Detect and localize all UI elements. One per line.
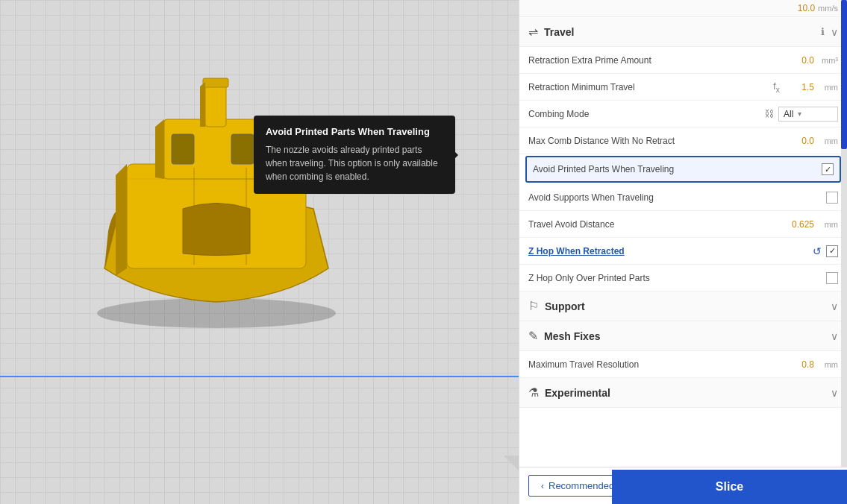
z-hop-over-printed-row: Z Hop Only Over Printed Parts bbox=[519, 265, 847, 292]
svg-rect-2 bbox=[172, 134, 194, 164]
support-section-title: Support bbox=[545, 300, 831, 312]
svg-rect-5 bbox=[203, 78, 228, 87]
z-hop-controls: ↺ bbox=[813, 245, 838, 257]
mesh-fixes-section-title: Mesh Fixes bbox=[544, 330, 831, 342]
travel-avoid-distance-label: Travel Avoid Distance bbox=[528, 219, 784, 230]
z-hop-checkbox[interactable] bbox=[826, 245, 838, 257]
top-row-initial-layer: 10.0 mm/s bbox=[519, 0, 847, 17]
combing-link-icon: ⛓ bbox=[764, 108, 774, 119]
recommended-chevron-icon: ‹ bbox=[541, 481, 544, 491]
travel-expand-icon[interactable]: ∨ bbox=[831, 26, 838, 38]
scrollbar-track[interactable] bbox=[841, 0, 847, 504]
retraction-extra-prime-label: Retraction Extra Prime Amount bbox=[528, 55, 784, 66]
max-comb-distance-label: Max Comb Distance With No Retract bbox=[528, 136, 784, 146]
experimental-section-title: Experimental bbox=[545, 387, 831, 399]
travel-section-header[interactable]: ⇌ Travel ℹ ∨ bbox=[519, 17, 847, 47]
tooltip-title: Avoid Printed Parts When Traveling bbox=[266, 126, 443, 137]
travel-section-title: Travel bbox=[544, 26, 821, 38]
travel-icon: ⇌ bbox=[528, 25, 538, 39]
combing-mode-selected: All bbox=[784, 109, 793, 119]
avoid-printed-parts-row: Avoid Printed Parts When Traveling bbox=[525, 156, 841, 183]
max-comb-distance-row: Max Comb Distance With No Retract 0.0 mm bbox=[519, 127, 847, 154]
travel-info-icon[interactable]: ℹ bbox=[821, 26, 825, 37]
avoid-printed-parts-checkbox[interactable] bbox=[822, 163, 834, 175]
avoid-supports-label: Avoid Supports When Traveling bbox=[528, 192, 826, 203]
retraction-extra-prime-unit: mm³ bbox=[817, 56, 838, 65]
combing-mode-row: Combing Mode ⛓ All ▾ bbox=[519, 101, 847, 127]
max-travel-resolution-row: Maximum Travel Resolution 0.8 mm bbox=[519, 351, 847, 378]
retraction-min-travel-unit: mm bbox=[817, 83, 838, 92]
z-hop-over-printed-label: Z Hop Only Over Printed Parts bbox=[528, 273, 826, 283]
slice-bar: Slice bbox=[612, 470, 847, 504]
retraction-min-travel-label: Retraction Minimum Travel bbox=[528, 82, 773, 92]
top-row-unit: mm/s bbox=[818, 4, 838, 13]
boat-model-svg bbox=[75, 60, 388, 343]
z-hop-retracted-label: Z Hop When Retracted bbox=[528, 246, 813, 256]
combing-mode-label: Combing Mode bbox=[528, 109, 764, 119]
avoid-printed-parts-label: Avoid Printed Parts When Traveling bbox=[533, 164, 822, 174]
model-container bbox=[15, 15, 448, 388]
max-travel-resolution-value[interactable]: 0.8 bbox=[784, 359, 814, 370]
top-row-value: 10.0 bbox=[798, 3, 815, 13]
combing-chevron-icon: ▾ bbox=[798, 110, 801, 118]
3d-viewport: Avoid Printed Parts When Traveling The n… bbox=[0, 0, 519, 504]
travel-avoid-distance-row: Travel Avoid Distance 0.625 mm bbox=[519, 211, 847, 238]
z-hop-retracted-row: Z Hop When Retracted ↺ bbox=[519, 238, 847, 265]
support-expand-icon[interactable]: ∨ bbox=[831, 300, 838, 312]
max-comb-distance-unit: mm bbox=[817, 136, 838, 145]
recommended-label: Recommended bbox=[548, 480, 614, 491]
model-shadow bbox=[97, 298, 336, 328]
travel-avoid-distance-unit: mm bbox=[817, 220, 838, 229]
tooltip-box: Avoid Printed Parts When Traveling The n… bbox=[254, 116, 455, 194]
svg-rect-3 bbox=[231, 134, 254, 164]
fx-icon: fx bbox=[773, 81, 780, 94]
experimental-expand-icon[interactable]: ∨ bbox=[831, 387, 838, 399]
experimental-icon: ⚗ bbox=[528, 385, 539, 400]
combing-mode-dropdown[interactable]: All ▾ bbox=[778, 107, 838, 122]
experimental-section-header[interactable]: ⚗ Experimental ∨ bbox=[519, 378, 847, 408]
mesh-fixes-icon: ✎ bbox=[528, 329, 538, 343]
retraction-extra-prime-value[interactable]: 0.0 bbox=[784, 55, 814, 66]
mesh-fixes-expand-icon[interactable]: ∨ bbox=[831, 330, 838, 342]
avoid-printed-parts-checkbox-wrap[interactable] bbox=[822, 163, 834, 175]
z-hop-reset-button[interactable]: ↺ bbox=[813, 245, 822, 257]
svg-rect-4 bbox=[205, 82, 226, 127]
avoid-supports-row: Avoid Supports When Traveling bbox=[519, 184, 847, 211]
max-travel-resolution-label: Maximum Travel Resolution bbox=[528, 359, 784, 370]
support-section-header[interactable]: ⚐ Support ∨ bbox=[519, 292, 847, 321]
tooltip-body: The nozzle avoids already printed parts … bbox=[266, 143, 443, 183]
slice-button[interactable]: Slice bbox=[612, 470, 847, 504]
settings-panel: 10.0 mm/s ⇌ Travel ℹ ∨ Retraction Extra … bbox=[519, 0, 847, 504]
z-hop-over-printed-checkbox[interactable] bbox=[826, 272, 838, 284]
scrollbar-thumb[interactable] bbox=[841, 0, 847, 149]
avoid-supports-checkbox[interactable] bbox=[826, 192, 838, 204]
max-comb-distance-value[interactable]: 0.0 bbox=[784, 136, 814, 146]
support-icon: ⚐ bbox=[528, 299, 539, 313]
travel-avoid-distance-value[interactable]: 0.625 bbox=[784, 219, 814, 230]
retraction-min-travel-value[interactable]: 1.5 bbox=[784, 82, 814, 92]
mesh-fixes-section-header[interactable]: ✎ Mesh Fixes ∨ bbox=[519, 321, 847, 351]
retraction-min-travel-row: Retraction Minimum Travel fx 1.5 mm bbox=[519, 74, 847, 101]
max-travel-resolution-unit: mm bbox=[817, 360, 838, 369]
settings-scroll-area[interactable]: 10.0 mm/s ⇌ Travel ℹ ∨ Retraction Extra … bbox=[519, 0, 847, 504]
retraction-extra-prime-row: Retraction Extra Prime Amount 0.0 mm³ bbox=[519, 47, 847, 74]
